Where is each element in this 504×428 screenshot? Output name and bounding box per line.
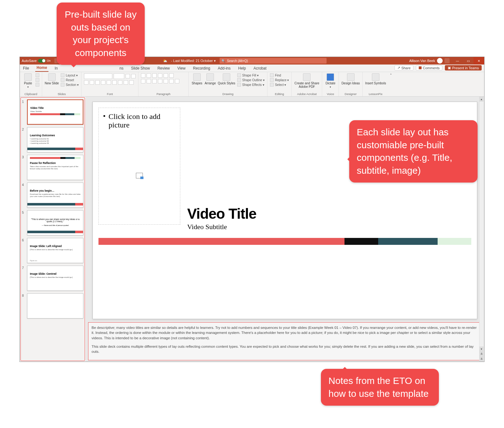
thumbnail-slide-1[interactable]: 1Video TitleVideo Subtitle (22, 99, 83, 125)
tab-home[interactable]: Home (35, 64, 48, 72)
notes-pane[interactable]: Be descriptive; many video titles are si… (88, 322, 482, 360)
avatar[interactable] (437, 58, 443, 64)
design-ideas-button[interactable]: Design Ideas (341, 73, 360, 85)
scroll-up-button[interactable]: ▴ (479, 97, 484, 102)
modified-label[interactable]: - Last Modified: 21 October ▾ (171, 59, 216, 63)
smartart-button[interactable] (175, 79, 179, 83)
insert-picture-icon[interactable] (136, 173, 143, 178)
tab-help[interactable]: Help (237, 65, 247, 72)
tab-hidden-2[interactable] (91, 69, 113, 72)
next-slide-button[interactable]: ≚ (479, 357, 484, 362)
format-painter-button[interactable] (36, 83, 39, 87)
slide-title[interactable]: Video Title (187, 205, 256, 222)
thumbnail-slide-7[interactable]: 7Image Slide: Centred[This is where text… (22, 266, 83, 291)
numbering-button[interactable] (147, 73, 151, 78)
thumbnail-slide-6[interactable]: 6Image Slide: Left Aligned[This is where… (22, 238, 83, 263)
ribbon-group-editing: Find Replace ▾ Select ▾ Editing (267, 72, 292, 96)
present-teams-button[interactable]: ▣Present in Teams (445, 65, 482, 70)
case-button[interactable] (118, 80, 122, 85)
slide-thumbnail-pane[interactable]: 1Video TitleVideo Subtitle2Learning Outc… (20, 97, 85, 361)
decrease-indent-button[interactable] (152, 73, 157, 78)
tab-file[interactable]: File (22, 65, 30, 72)
align-left-button[interactable] (141, 79, 145, 83)
quick-styles-button[interactable]: Quick Styles (218, 73, 235, 85)
arrange-button[interactable]: Arrange (204, 73, 216, 85)
autosave-toggle[interactable] (38, 59, 46, 63)
thumbnail-slide-5[interactable]: 5"This is where you can share some key i… (22, 210, 83, 235)
minimize-button[interactable]: — (452, 57, 463, 65)
ribbon-display-icon[interactable] (445, 58, 450, 63)
collapse-ribbon-button[interactable]: ˄ (389, 72, 394, 96)
search-icon: 🔍 (221, 59, 225, 63)
justify-button[interactable] (158, 79, 162, 83)
comments-button[interactable]: Comments (416, 65, 442, 70)
shape-fill-button[interactable]: Shape Fill ▾ (237, 73, 265, 77)
align-text-button[interactable] (169, 79, 174, 83)
shapes-icon (193, 73, 201, 81)
pen-icon (237, 78, 241, 82)
group-label-slides: Slides (45, 92, 79, 96)
prev-slide-button[interactable]: ≜ (479, 352, 484, 357)
notes-paragraph-2: This slide deck contains multiple differ… (92, 344, 478, 354)
layout-button[interactable]: Layout ▾ (61, 73, 79, 77)
underline-button[interactable] (95, 80, 100, 85)
copy-button[interactable] (36, 78, 39, 82)
find-icon (270, 73, 274, 77)
scroll-down-button[interactable]: ▾ (479, 346, 484, 352)
arrange-icon (206, 73, 214, 81)
shapes-button[interactable]: Shapes (191, 73, 203, 85)
slide-subtitle[interactable]: Video Subtitle (187, 223, 227, 231)
decrease-font-icon[interactable] (131, 74, 136, 78)
find-button[interactable]: Find (270, 73, 289, 77)
thumb-preview: Learning Outcomes• Learning outcome 01• … (27, 127, 83, 152)
bold-button[interactable] (84, 80, 88, 85)
font-color-button[interactable] (129, 80, 134, 85)
new-slide-button[interactable]: New Slide (45, 73, 59, 85)
share-button[interactable]: ↗Share (395, 65, 413, 70)
increase-indent-button[interactable] (158, 73, 162, 78)
reset-button[interactable]: Reset (61, 78, 79, 82)
tab-transitions-partial[interactable]: ns (118, 65, 125, 72)
replace-button[interactable]: Replace ▾ (270, 78, 289, 82)
text-direction-button[interactable] (169, 73, 174, 78)
picture-placeholder[interactable]: ▪Click icon to add picture (98, 108, 180, 225)
cut-button[interactable] (36, 73, 39, 77)
vertical-scrollbar[interactable]: ▴ ▾ ≜ ≚ (479, 97, 484, 362)
section-button[interactable]: Section ▾ (61, 83, 79, 87)
char-spacing-button[interactable] (112, 80, 117, 85)
shape-effects-button[interactable]: Shape Effects ▾ (237, 83, 265, 87)
tab-addins[interactable]: Add-ins (216, 65, 232, 72)
align-center-button[interactable] (147, 79, 151, 83)
strike-button[interactable] (101, 80, 105, 85)
tab-view[interactable]: View (176, 65, 187, 72)
tab-review[interactable]: Review (156, 65, 171, 72)
tab-recording[interactable]: Recording (192, 65, 212, 72)
font-family-select[interactable] (84, 73, 112, 79)
ribbon-group-drawing: Shapes Arrange Quick Styles Shape Fill ▾… (189, 72, 267, 96)
font-size-select[interactable] (114, 73, 124, 79)
dictate-button[interactable]: Dictate▾ (325, 73, 336, 88)
thumbnail-slide-8[interactable]: 8 (22, 293, 83, 318)
create-pdf-button[interactable]: Create and Share Adobe PDF (294, 73, 319, 88)
thumbnail-slide-4[interactable]: 4Before you begin…Download the supplemen… (22, 183, 83, 208)
highlight-button[interactable] (124, 80, 128, 85)
columns-button[interactable] (164, 79, 168, 83)
close-button[interactable]: ✕ (473, 57, 484, 65)
thumbnail-slide-3[interactable]: 3Pause for ReflectionTake a few minutes … (22, 155, 83, 180)
thumbnail-slide-2[interactable]: 2Learning Outcomes• Learning outcome 01•… (22, 127, 83, 152)
italic-button[interactable] (90, 80, 94, 85)
increase-font-icon[interactable] (126, 74, 130, 78)
shape-outline-button[interactable]: Shape Outline ▾ (237, 78, 265, 82)
select-button[interactable]: Select ▾ (270, 83, 289, 87)
bullets-button[interactable] (141, 73, 145, 78)
tab-acrobat[interactable]: Acrobat (252, 65, 268, 72)
align-right-button[interactable] (152, 79, 157, 83)
line-spacing-button[interactable] (164, 73, 168, 78)
tab-insert-partial[interactable]: In (53, 65, 59, 72)
search-box[interactable]: 🔍 Search (Alt+Q) (220, 58, 327, 64)
insert-symbols-button[interactable]: Insert Symbols (365, 73, 386, 85)
paste-button[interactable]: Paste▾ (22, 73, 34, 88)
maximize-button[interactable]: ▭ (463, 57, 473, 65)
shadow-button[interactable] (107, 80, 111, 85)
tab-slideshow[interactable]: Slide Show (130, 65, 151, 72)
